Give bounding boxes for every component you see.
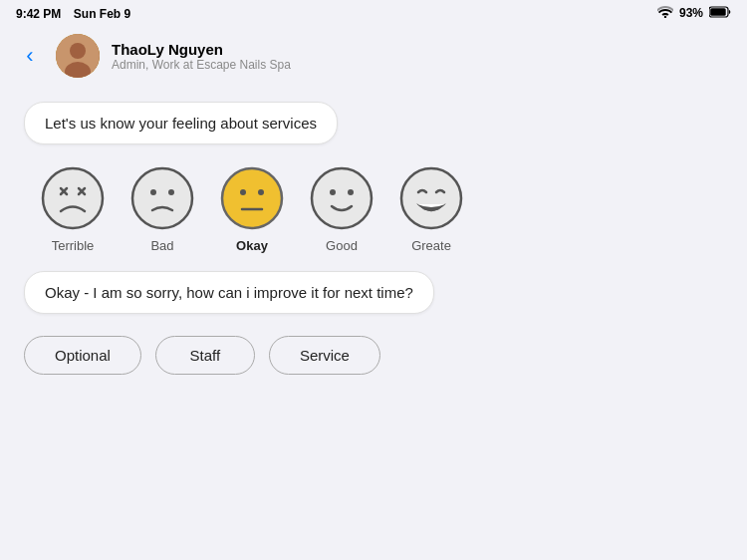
status-time-area: 9:42 PM Sun Feb 9: [16, 4, 130, 22]
avatar: [56, 34, 100, 78]
main-content: Let's us know your feeling about service…: [0, 86, 747, 391]
svg-point-20: [348, 189, 354, 195]
svg-rect-2: [710, 8, 726, 16]
svg-point-19: [330, 189, 336, 195]
emoji-okay-label: Okay: [236, 238, 268, 253]
emoji-great-label: Greate: [411, 238, 451, 253]
question-bubble: Let's us know your feeling about service…: [24, 102, 338, 144]
emoji-okay[interactable]: Okay: [207, 164, 297, 253]
svg-point-6: [43, 168, 103, 228]
emoji-rating-row: Terrible Bad Okay: [24, 164, 723, 253]
emoji-bad[interactable]: Bad: [118, 164, 207, 253]
svg-point-12: [150, 189, 156, 195]
svg-point-15: [240, 189, 246, 195]
tag-service-button[interactable]: Service: [269, 336, 380, 375]
svg-point-11: [132, 168, 192, 228]
back-button[interactable]: ‹: [16, 42, 44, 70]
svg-point-16: [258, 189, 264, 195]
reply-bubble: Okay - I am so sorry, how can i improve …: [24, 271, 434, 314]
emoji-terrible[interactable]: Terrible: [28, 164, 118, 253]
user-info: ThaoLy Nguyen Admin, Work at Escape Nail…: [112, 41, 291, 72]
status-time: 9:42 PM: [16, 7, 61, 21]
svg-point-14: [222, 168, 282, 228]
battery-percentage: 93%: [679, 6, 703, 20]
emoji-terrible-label: Terrible: [52, 238, 95, 253]
svg-point-21: [401, 168, 461, 228]
status-indicators: 93%: [657, 6, 731, 21]
header: ‹ ThaoLy Nguyen Admin, Work at Escape Na…: [0, 26, 747, 86]
svg-point-0: [664, 15, 666, 17]
back-chevron-icon: ‹: [26, 45, 33, 67]
tag-optional-button[interactable]: Optional: [24, 336, 141, 375]
emoji-good[interactable]: Good: [297, 164, 386, 253]
emoji-good-label: Good: [326, 238, 358, 253]
status-bar: 9:42 PM Sun Feb 9 93%: [0, 0, 747, 26]
avatar-image: [56, 34, 100, 78]
question-text: Let's us know your feeling about service…: [45, 115, 317, 132]
svg-point-13: [168, 189, 174, 195]
svg-point-18: [312, 168, 372, 228]
emoji-bad-label: Bad: [150, 238, 173, 253]
user-name: ThaoLy Nguyen: [112, 41, 291, 58]
reply-text: Okay - I am so sorry, how can i improve …: [45, 284, 413, 301]
emoji-great[interactable]: Greate: [386, 164, 476, 253]
user-subtitle: Admin, Work at Escape Nails Spa: [112, 58, 291, 72]
wifi-icon: [657, 6, 673, 21]
status-date: Sun Feb 9: [74, 7, 130, 21]
svg-point-4: [70, 43, 86, 59]
battery-icon: [709, 6, 731, 21]
tag-row: Optional Staff Service: [24, 336, 723, 375]
tag-staff-button[interactable]: Staff: [155, 336, 255, 375]
